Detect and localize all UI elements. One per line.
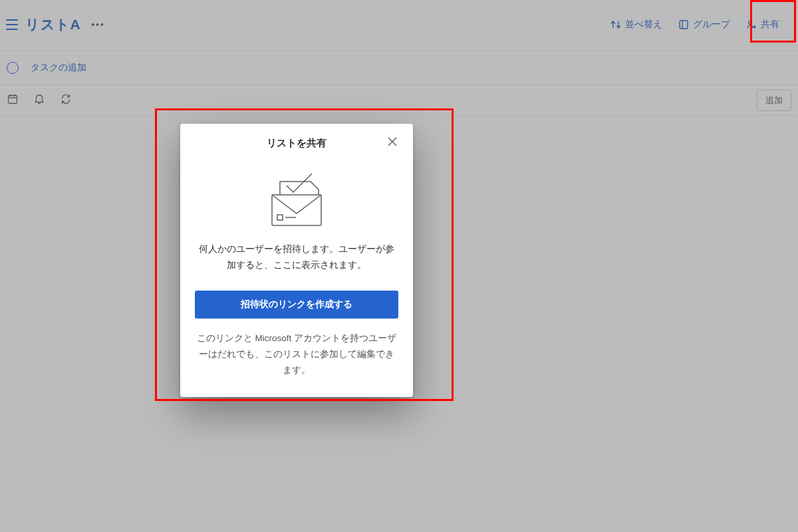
share-dialog: リストを共有 何人かのユーザーを招待します。ユーザーが参加すると、ここに表示され…: [180, 124, 413, 397]
close-icon: [388, 137, 397, 146]
dialog-footer-text: このリンクと Microsoft アカウントを持つユーザーはだれでも、このリスト…: [195, 319, 398, 379]
create-invite-link-button[interactable]: 招待状のリンクを作成する: [195, 291, 398, 319]
dialog-title: リストを共有: [267, 137, 327, 148]
dialog-illustration: [195, 155, 398, 237]
dialog-header: リストを共有: [195, 136, 398, 155]
close-button[interactable]: [386, 136, 398, 150]
svg-rect-13: [277, 215, 283, 220]
dialog-description: 何人かのユーザーを招待します。ユーザーが参加すると、ここに表示されます。: [195, 237, 398, 273]
svg-rect-12: [272, 195, 321, 225]
